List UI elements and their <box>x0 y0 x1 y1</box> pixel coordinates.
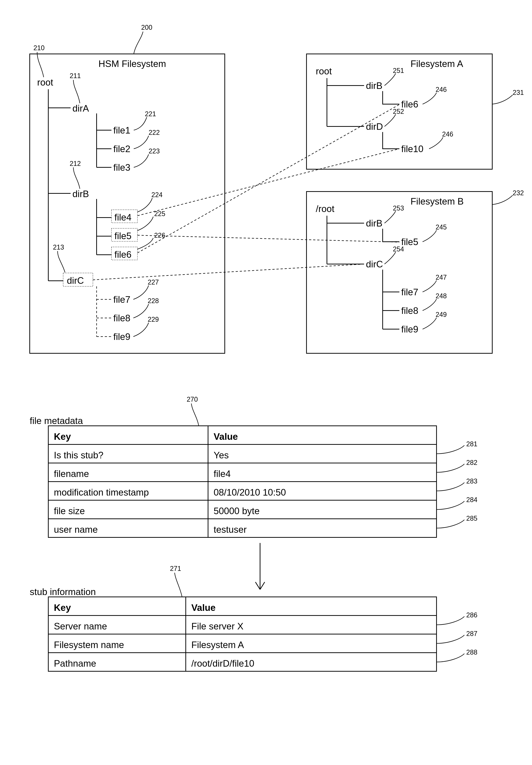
meta-row-val: 50000 byte <box>214 506 259 516</box>
svg-text:212: 212 <box>70 160 81 167</box>
svg-text:253: 253 <box>393 204 404 212</box>
hsm-filesystem: HSM Filesystem root dirA file1 file2 fil… <box>30 54 225 353</box>
meta-header-key: Key <box>54 431 71 442</box>
hsm-title: HSM Filesystem <box>99 59 166 69</box>
ref-numbers: 200 210 211 212 213 221 222 223 224 225 … <box>33 24 524 337</box>
fsB-dirB: dirB <box>366 218 383 229</box>
svg-text:247: 247 <box>435 274 447 281</box>
hsm-dirA: dirA <box>73 103 89 114</box>
svg-text:284: 284 <box>466 496 477 503</box>
stub-label: stub information <box>30 587 96 597</box>
diagram-root: HSM Filesystem root dirA file1 file2 fil… <box>0 0 532 765</box>
meta-row-val: testuser <box>214 524 247 535</box>
hsm-file4: file4 <box>115 212 132 223</box>
meta-row-key: user name <box>54 524 98 535</box>
fsA-dirB: dirB <box>366 81 383 91</box>
metadata-section: file metadata 270 Key Value Is this stub… <box>30 395 477 537</box>
meta-row-key: Is this stub? <box>54 450 104 460</box>
svg-text:245: 245 <box>435 223 447 231</box>
hsm-file2: file2 <box>113 144 131 154</box>
svg-text:225: 225 <box>154 210 165 218</box>
arrow-down-icon <box>255 543 265 589</box>
hsm-file9: file9 <box>113 332 131 342</box>
svg-rect-0 <box>30 54 225 353</box>
hsm-file6: file6 <box>115 249 132 260</box>
svg-text:231: 231 <box>513 89 524 96</box>
stub-row-val: Filesystem A <box>191 640 244 650</box>
svg-text:200: 200 <box>141 24 152 31</box>
hsm-dirC: dirC <box>67 276 84 286</box>
meta-row-val: 08/10/2010 10:50 <box>214 487 286 497</box>
svg-text:288: 288 <box>466 648 477 656</box>
svg-text:211: 211 <box>70 72 81 80</box>
filesystem-b: Filesystem B /root dirB file5 dirC file7… <box>307 192 492 353</box>
svg-text:229: 229 <box>148 316 159 323</box>
stub-section: stub information 271 Key Value Server na… <box>30 565 477 671</box>
meta-row-val: Yes <box>214 450 229 460</box>
hsm-file8: file8 <box>113 313 131 324</box>
meta-row-key: file size <box>54 506 85 516</box>
mapping-lines <box>93 105 399 280</box>
svg-text:283: 283 <box>466 477 477 485</box>
meta-row-key: modification timestamp <box>54 487 149 497</box>
fsB-file8: file8 <box>401 306 418 316</box>
svg-text:252: 252 <box>393 108 404 115</box>
svg-text:221: 221 <box>145 110 156 118</box>
fsA-file10: file10 <box>401 144 423 154</box>
fsA-dirD: dirD <box>366 121 383 132</box>
svg-text:248: 248 <box>435 292 447 300</box>
stub-row-key: Server name <box>54 621 107 631</box>
stub-row-key: Pathname <box>54 658 96 669</box>
svg-text:285: 285 <box>466 514 477 522</box>
svg-text:213: 213 <box>53 244 64 251</box>
svg-text:249: 249 <box>435 311 447 318</box>
fsB-root: /root <box>316 204 334 214</box>
svg-text:251: 251 <box>393 67 404 74</box>
stub-row-val: /root/dirD/file10 <box>191 658 254 669</box>
svg-text:287: 287 <box>466 630 477 637</box>
svg-text:282: 282 <box>466 459 477 466</box>
svg-text:210: 210 <box>33 44 45 52</box>
fsA-title: Filesystem A <box>410 59 463 69</box>
svg-text:254: 254 <box>393 245 404 253</box>
meta-row-key: filename <box>54 468 89 479</box>
fsB-file7: file7 <box>401 287 418 297</box>
hsm-dirB: dirB <box>73 189 89 199</box>
svg-text:270: 270 <box>187 395 198 403</box>
fsB-file9: file9 <box>401 324 418 335</box>
svg-text:224: 224 <box>151 191 162 199</box>
svg-text:222: 222 <box>148 129 160 136</box>
svg-text:228: 228 <box>148 297 159 305</box>
svg-text:226: 226 <box>154 232 165 239</box>
svg-text:281: 281 <box>466 440 477 448</box>
fsA-root: root <box>316 66 332 76</box>
metadata-label: file metadata <box>30 415 83 426</box>
meta-header-val: Value <box>214 431 238 442</box>
hsm-file1: file1 <box>113 125 131 136</box>
hsm-file5: file5 <box>115 231 132 241</box>
hsm-file3: file3 <box>113 162 131 173</box>
fsB-title: Filesystem B <box>410 196 464 207</box>
hsm-file7: file7 <box>113 294 131 305</box>
hsm-root: root <box>37 77 53 88</box>
fsB-dirC: dirC <box>366 259 383 270</box>
stub-row-val: File server X <box>191 621 243 631</box>
stub-header-val: Value <box>191 602 216 613</box>
svg-text:223: 223 <box>148 147 160 155</box>
stub-header-key: Key <box>54 602 71 613</box>
svg-text:246: 246 <box>442 130 453 138</box>
svg-text:232: 232 <box>513 189 524 197</box>
stub-row-key: Filesystem name <box>54 640 124 650</box>
svg-text:286: 286 <box>466 611 477 619</box>
svg-text:246: 246 <box>435 86 447 93</box>
meta-row-val: file4 <box>214 468 231 479</box>
svg-text:271: 271 <box>170 565 181 572</box>
svg-text:227: 227 <box>148 278 159 286</box>
